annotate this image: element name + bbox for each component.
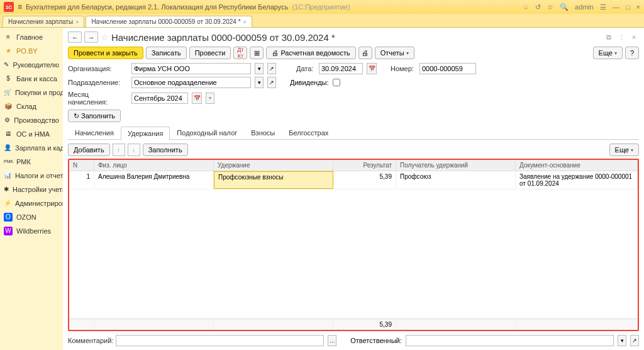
tab-belgosstrakh[interactable]: Белгосстрах [282, 126, 335, 139]
calendar-icon[interactable]: 📅 [367, 63, 377, 74]
settings-icon[interactable]: ☰ [600, 3, 606, 11]
sidebar-item-settings[interactable]: ✱Настройки учета [0, 183, 63, 196]
tab-close-icon[interactable]: × [75, 19, 79, 25]
cell-recipient[interactable]: Профсоюз [396, 171, 516, 189]
post-close-button[interactable]: Провести и закрыть [68, 47, 143, 59]
org-open-button[interactable]: ↗ [267, 63, 276, 74]
nav-fwd-button[interactable]: → [84, 31, 98, 43]
footer-total: 5,39 [333, 319, 396, 330]
sidebar-item-label: Банк и касса [16, 75, 57, 82]
search-icon[interactable]: 🔍 [560, 3, 569, 11]
sidebar-item-sales[interactable]: 🛒Покупки и продажи [0, 86, 63, 99]
sidebar-item-bank[interactable]: $Банк и касса [0, 72, 63, 86]
table-fill-button[interactable]: Заполнить [143, 144, 188, 156]
dividends-checkbox[interactable] [333, 79, 340, 86]
sidebar-item-salary[interactable]: 👤Зарплата и кадры [0, 141, 63, 155]
sidebar-item-wb[interactable]: WWildberries [0, 224, 63, 238]
sidebar-item-rmk[interactable]: PMKРМК [0, 155, 63, 169]
comment-input[interactable] [116, 335, 324, 346]
th-n[interactable]: N [69, 160, 94, 171]
sidebar-item-warehouse[interactable]: 📦Склад [0, 99, 63, 113]
sidebar-item-admin[interactable]: ⚡Администрирование [0, 196, 63, 210]
tab-close-icon[interactable]: × [243, 19, 247, 25]
sidebar-item-ozon[interactable]: OOZON [0, 210, 63, 224]
sidebar-item-main[interactable]: ≡Главное [0, 30, 63, 44]
form: Организация: ▾ ↗ Дата: 📅 Номер: Подразде… [68, 63, 639, 110]
minimize-icon[interactable]: — [613, 3, 619, 11]
tab-deductions[interactable]: Удержания [121, 127, 170, 140]
org-select-button[interactable]: ▾ [255, 63, 264, 74]
sidebar-item-manager[interactable]: ✎Руководителю [0, 58, 63, 72]
th-person[interactable]: Физ. лицо [94, 160, 214, 171]
div-open-button[interactable]: ↗ [267, 77, 276, 88]
struct-button[interactable]: ⊞ [250, 47, 264, 59]
th-document[interactable]: Документ-основание [516, 160, 638, 171]
table-more-button[interactable]: Еще ▾ [609, 144, 639, 156]
user-label[interactable]: admin [575, 3, 594, 11]
write-button[interactable]: Записать [146, 47, 187, 59]
sidebar-item-production[interactable]: ⚙Производство [0, 113, 63, 127]
pc-icon: 🖥 [4, 130, 13, 138]
inner-tabs: Начисления Удержания Подоходный налог Вз… [68, 126, 639, 140]
more-button[interactable]: Еще ▾ [593, 47, 623, 59]
th-recipient[interactable]: Получатель удержаний [396, 160, 516, 171]
star-icon[interactable]: ☆ [547, 3, 553, 11]
date-input[interactable] [319, 63, 363, 74]
sidebar-item-tax[interactable]: 📊Налоги и отчетность [0, 169, 63, 183]
print-button[interactable]: 🖨 [358, 47, 372, 59]
close-panel-icon[interactable]: × [629, 32, 639, 42]
favorite-icon[interactable]: ☆ [101, 32, 109, 42]
close-icon[interactable]: × [636, 3, 640, 11]
cell-person[interactable]: Алешина Валерия Дмитриевна [94, 171, 214, 189]
responsible-open-button[interactable]: ↗ [630, 335, 639, 346]
payroll-button[interactable]: 🖨 Расчетная ведомость [266, 47, 355, 59]
date-label: Дата: [296, 65, 315, 72]
sidebar-item-label: Склад [16, 103, 36, 110]
tab-income-tax[interactable]: Подоходный налог [170, 126, 244, 139]
sidebar-item-label: Настройки учета [13, 186, 63, 193]
reports-button[interactable]: Отчеты ▾ [375, 47, 414, 59]
sidebar-item-assets[interactable]: 🖥ОС и НМА [0, 127, 63, 141]
maximize-icon[interactable]: □ [626, 3, 630, 11]
help-button[interactable]: ? [625, 47, 639, 59]
history-icon[interactable]: ↺ [535, 3, 541, 11]
tab-document[interactable]: Начисление зарплаты 0000-000059 от 30.09… [86, 16, 252, 27]
tab-list[interactable]: Начисления зарплаты × [3, 16, 84, 27]
responsible-label: Ответственный: [350, 337, 402, 344]
comment-expand-button[interactable]: … [328, 335, 336, 346]
div-select-button[interactable]: ▾ [255, 77, 264, 88]
nav-back-button[interactable]: ← [68, 31, 82, 43]
num-input[interactable] [419, 63, 476, 74]
div-input[interactable] [131, 77, 251, 88]
month-cal-icon[interactable]: 📅 [192, 93, 202, 104]
post-button[interactable]: Провести [189, 47, 231, 59]
move-up-button[interactable]: ↑ [113, 144, 125, 156]
bell-icon[interactable]: ♤ [523, 3, 529, 11]
cell-result[interactable]: 5,39 [333, 171, 396, 189]
tab-accruals[interactable]: Начисления [68, 126, 121, 139]
cell-document[interactable]: Заявление на удержание 0000-000001 от 01… [516, 171, 638, 189]
table-row[interactable]: 1 Алешина Валерия Дмитриевна Профсоюзные… [69, 171, 638, 189]
responsible-select-button[interactable]: ▾ [618, 335, 626, 346]
more-icon[interactable]: ⋮ [616, 32, 626, 42]
org-label: Организация: [68, 65, 128, 72]
th-deduction[interactable]: Удержание [214, 160, 333, 171]
app-title: Бухгалтерия для Беларуси, редакция 2.1. … [26, 3, 288, 11]
fill-button[interactable]: ↻ Заполнить [68, 110, 121, 122]
sidebar-item-label: Wildberries [16, 227, 51, 235]
cell-deduction[interactable]: Профсоюзные взносы [214, 171, 333, 189]
th-result[interactable]: Результат [333, 160, 396, 171]
dividends-label: Дивиденды: [290, 79, 329, 86]
responsible-input[interactable] [406, 335, 614, 346]
month-step-button[interactable]: ÷ [206, 93, 214, 104]
tab-contributions[interactable]: Взносы [244, 126, 282, 139]
month-input[interactable] [131, 93, 188, 104]
add-button[interactable]: Добавить [68, 144, 110, 156]
move-down-button[interactable]: ↓ [128, 144, 140, 156]
link-icon[interactable]: ⧉ [604, 32, 614, 42]
dt-kt-button[interactable]: ДтКт [233, 47, 247, 59]
sidebar-item-poby[interactable]: ★PO.BY [0, 44, 63, 58]
org-input[interactable] [131, 63, 251, 74]
burger-icon[interactable]: ≡ [18, 3, 22, 11]
cell-n[interactable]: 1 [69, 171, 94, 189]
